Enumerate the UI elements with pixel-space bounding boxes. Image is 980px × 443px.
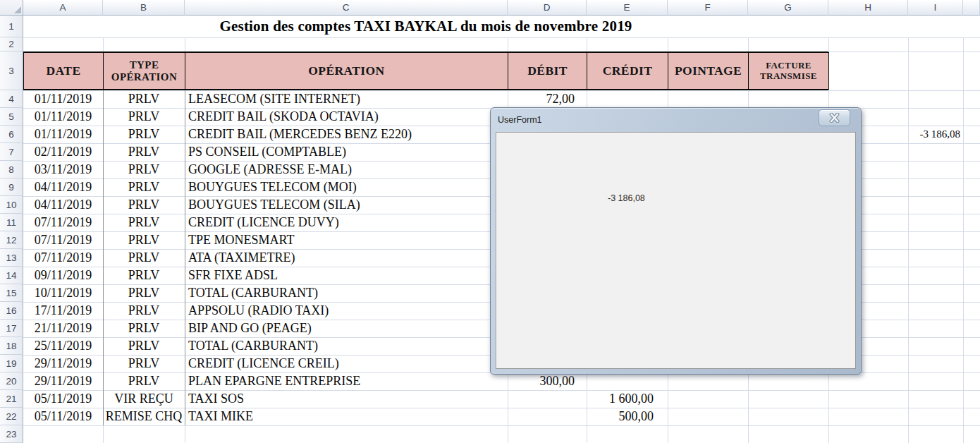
column-header-I[interactable]: I: [908, 0, 963, 16]
row-header-16[interactable]: 16: [0, 302, 23, 320]
cell-date-A21[interactable]: 05/11/2019: [23, 390, 103, 408]
cell-type-B7[interactable]: PRLV: [103, 143, 185, 161]
cell-type-B4[interactable]: PRLV: [103, 90, 185, 108]
cell-operation-C22[interactable]: TAXI MIKE: [185, 408, 508, 425]
cell-type-B16[interactable]: PRLV: [103, 302, 185, 320]
cell-operation-C11[interactable]: CREDIT (LICENCE DUVY): [185, 214, 508, 231]
cell-date-A9[interactable]: 04/11/2019: [23, 178, 103, 196]
cell-type-B22[interactable]: REMISE CHQ: [103, 408, 185, 425]
row-header-17[interactable]: 17: [0, 320, 23, 337]
cell-date-A16[interactable]: 17/11/2019: [23, 302, 103, 320]
cell-type-B6[interactable]: PRLV: [103, 126, 185, 143]
cell-operation-C4[interactable]: LEASECOM (SITE INTERNET): [185, 90, 508, 108]
cell-date-A8[interactable]: 03/11/2019: [23, 161, 103, 178]
row-header-2[interactable]: 2: [0, 37, 23, 51]
cell-operation-C5[interactable]: CREDIT BAIL (SKODA OCTAVIA): [185, 108, 508, 126]
cell-type-B18[interactable]: PRLV: [103, 337, 185, 355]
column-header-D[interactable]: D: [508, 0, 587, 16]
row-header-14[interactable]: 14: [0, 267, 23, 284]
cell-operation-C20[interactable]: PLAN EPARGNE ENTREPRISE: [185, 372, 508, 390]
column-header-H[interactable]: H: [828, 0, 908, 16]
row-header-13[interactable]: 13: [0, 249, 23, 267]
cell-type-B13[interactable]: PRLV: [103, 249, 185, 267]
cell-date-A11[interactable]: 07/11/2019: [23, 214, 103, 231]
table-header-date[interactable]: DATE: [23, 52, 104, 90]
dialog-close-button[interactable]: [819, 109, 850, 126]
row-header-19[interactable]: 19: [0, 355, 23, 372]
row-header-7[interactable]: 7: [0, 143, 23, 161]
row-header-12[interactable]: 12: [0, 231, 23, 249]
table-header-d-bit[interactable]: DÉBIT: [508, 52, 587, 90]
column-header-C[interactable]: C: [185, 0, 508, 16]
table-header-pointage[interactable]: POINTAGE: [668, 52, 749, 90]
row-header-4[interactable]: 4: [0, 90, 23, 108]
row-header-23[interactable]: 23: [0, 425, 23, 443]
dialog-titlebar[interactable]: UserForm1: [491, 108, 861, 131]
cell-date-A7[interactable]: 02/11/2019: [23, 143, 103, 161]
column-header-B[interactable]: B: [103, 0, 185, 16]
cell-date-A13[interactable]: 07/11/2019: [23, 249, 103, 267]
cell-type-B21[interactable]: VIR REÇU: [103, 390, 185, 408]
table-header-type-op-ration[interactable]: TYPE OPÉRATION: [103, 52, 185, 90]
cell-date-A19[interactable]: 29/11/2019: [23, 355, 103, 372]
cell-type-B9[interactable]: PRLV: [103, 178, 185, 196]
row-header-8[interactable]: 8: [0, 161, 23, 178]
cell-date-A6[interactable]: 01/11/2019: [23, 126, 103, 143]
table-header-op-ration[interactable]: OPÉRATION: [185, 52, 508, 90]
cell-operation-C8[interactable]: GOOGLE (ADRESSE E-MAL): [185, 161, 508, 178]
row-header-15[interactable]: 15: [0, 284, 23, 302]
cell-type-B10[interactable]: PRLV: [103, 196, 185, 214]
row-header-5[interactable]: 5: [0, 108, 23, 126]
cell-type-B11[interactable]: PRLV: [103, 214, 185, 231]
cell-type-B12[interactable]: PRLV: [103, 231, 185, 249]
select-all-button[interactable]: [0, 0, 23, 16]
cell-operation-C19[interactable]: CREDIT (LICENCE CREIL): [185, 355, 508, 372]
column-header-A[interactable]: A: [23, 0, 103, 16]
cell-operation-C7[interactable]: PS CONSEIL (COMPTABLE): [185, 143, 508, 161]
row-header-1[interactable]: 1: [0, 16, 23, 37]
row-header-10[interactable]: 10: [0, 196, 23, 214]
cell-type-B19[interactable]: PRLV: [103, 355, 185, 372]
cell-operation-C12[interactable]: TPE MONESMART: [185, 231, 508, 249]
cell-debit-D4[interactable]: 72,00: [508, 90, 587, 108]
cell-type-B8[interactable]: PRLV: [103, 161, 185, 178]
cell-operation-C10[interactable]: BOUYGUES TELECOM (SILA): [185, 196, 508, 214]
row-header-18[interactable]: 18: [0, 337, 23, 355]
row-header-3[interactable]: 3: [0, 51, 23, 90]
column-header-F[interactable]: F: [668, 0, 748, 16]
row-header-9[interactable]: 9: [0, 178, 23, 196]
cell-date-A12[interactable]: 07/11/2019: [23, 231, 103, 249]
row-header-20[interactable]: 20: [0, 372, 23, 390]
cell-type-B15[interactable]: PRLV: [103, 284, 185, 302]
cell-date-A5[interactable]: 01/11/2019: [23, 108, 103, 126]
cell-operation-C16[interactable]: APPSOLU (RADIO TAXI): [185, 302, 508, 320]
cell-operation-C21[interactable]: TAXI SOS: [185, 390, 508, 408]
cell-operation-C14[interactable]: SFR FIXE ADSL: [185, 267, 508, 284]
cell-operation-C9[interactable]: BOUYGUES TELECOM (MOI): [185, 178, 508, 196]
cell-type-B5[interactable]: PRLV: [103, 108, 185, 126]
cell-date-A18[interactable]: 25/11/2019: [23, 337, 103, 355]
table-header-cr-dit[interactable]: CRÉDIT: [587, 52, 668, 90]
cell-date-A4[interactable]: 01/11/2019: [23, 90, 103, 108]
cell-I6[interactable]: -3 186,08: [908, 126, 963, 143]
row-header-6[interactable]: 6: [0, 126, 23, 143]
row-header-11[interactable]: 11: [0, 214, 23, 231]
cell-type-B14[interactable]: PRLV: [103, 267, 185, 284]
cell-credit-E22[interactable]: 500,00: [587, 408, 668, 425]
cell-operation-C15[interactable]: TOTAL (CARBURANT): [185, 284, 508, 302]
cell-date-A15[interactable]: 10/11/2019: [23, 284, 103, 302]
column-header-E[interactable]: E: [587, 0, 668, 16]
cell-debit-D20[interactable]: 300,00: [508, 372, 587, 390]
row-header-21[interactable]: 21: [0, 390, 23, 408]
cell-date-A17[interactable]: 21/11/2019: [23, 320, 103, 337]
cell-credit-E21[interactable]: 1 600,00: [587, 390, 668, 408]
cell-date-A10[interactable]: 04/11/2019: [23, 196, 103, 214]
table-header-facture-transmise[interactable]: FACTURE TRANSMISE: [748, 52, 829, 90]
cell-type-B17[interactable]: PRLV: [103, 320, 185, 337]
cell-operation-C18[interactable]: TOTAL (CARBURANT): [185, 337, 508, 355]
cell-date-A20[interactable]: 29/11/2019: [23, 372, 103, 390]
cell-date-A14[interactable]: 09/11/2019: [23, 267, 103, 284]
row-header-22[interactable]: 22: [0, 408, 23, 425]
cell-date-A22[interactable]: 05/11/2019: [23, 408, 103, 425]
cell-operation-C13[interactable]: ATA (TAXIMETRE): [185, 249, 508, 267]
